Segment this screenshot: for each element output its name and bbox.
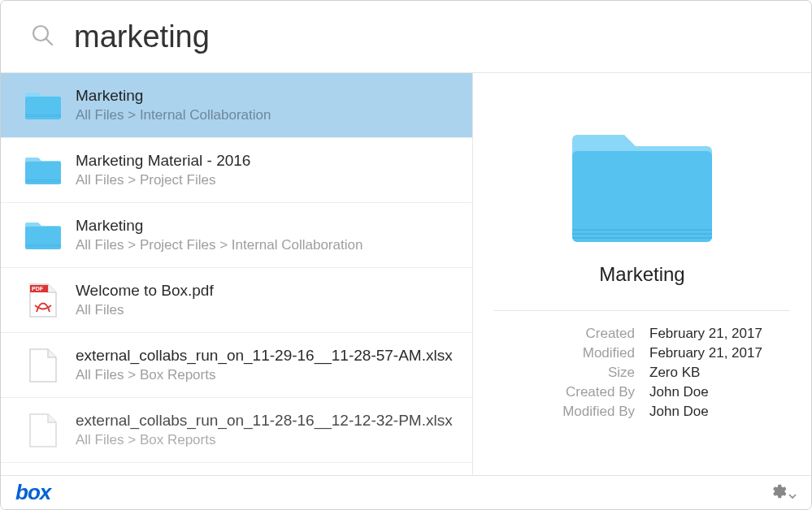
meta-value-createdby: John Doe	[649, 384, 790, 400]
result-title: Marketing Material - 2016	[76, 152, 461, 170]
meta-label-modifiedby: Modified By	[494, 404, 635, 420]
footer-bar: box	[1, 475, 811, 509]
preview-title: Marketing	[599, 263, 684, 286]
result-text: external_collabs_run_on_11-28-16__12-12-…	[76, 412, 461, 448]
search-bar	[1, 1, 811, 72]
result-title: Marketing	[76, 87, 461, 105]
result-path: All Files > Box Reports	[76, 367, 461, 383]
result-path: All Files > Project Files > Internal Col…	[76, 237, 461, 253]
meta-label-created: Created	[494, 326, 635, 342]
result-text: Marketing All Files > Project Files > In…	[76, 217, 461, 253]
meta-value-size: Zero KB	[649, 365, 790, 381]
result-path: All Files > Box Reports	[76, 432, 461, 448]
result-path: All Files > Internal Collaboration	[76, 107, 461, 123]
search-window: Marketing All Files > Internal Collabora…	[0, 0, 812, 510]
result-path: All Files	[76, 302, 461, 318]
gear-icon[interactable]	[769, 482, 797, 504]
result-text: Welcome to Box.pdf All Files	[76, 282, 461, 318]
result-row[interactable]: Marketing Material - 2016 All Files > Pr…	[1, 138, 472, 203]
result-text: external_collabs_run_on_11-29-16__11-28-…	[76, 347, 461, 383]
result-row[interactable]: external_collabs_run_on_11-29-16__11-28-…	[1, 333, 472, 398]
folder-icon	[25, 88, 61, 123]
meta-label-modified: Modified	[494, 345, 635, 361]
result-row[interactable]: Welcome to Box.pdf All Files	[1, 268, 472, 333]
preview-meta: Created February 21, 2017 Modified Febru…	[494, 326, 790, 420]
meta-value-modified: February 21, 2017	[649, 345, 790, 361]
search-icon	[30, 23, 54, 50]
file-icon	[25, 413, 61, 448]
search-input[interactable]	[74, 19, 797, 54]
result-title: external_collabs_run_on_11-28-16__12-12-…	[76, 412, 461, 430]
result-row[interactable]: Marketing All Files > Project Files > In…	[1, 203, 472, 268]
result-row[interactable]: Marketing All Files > Internal Collabora…	[1, 73, 472, 138]
result-path: All Files > Project Files	[76, 172, 461, 188]
result-text: Marketing All Files > Internal Collabora…	[76, 87, 461, 123]
meta-label-createdby: Created By	[494, 384, 635, 400]
preview-divider	[494, 310, 790, 311]
folder-icon	[25, 218, 61, 253]
result-title: Welcome to Box.pdf	[76, 282, 461, 300]
result-title: Marketing	[76, 217, 461, 235]
content-area: Marketing All Files > Internal Collabora…	[1, 72, 811, 475]
results-list: Marketing All Files > Internal Collabora…	[1, 73, 472, 475]
brand-logo: box	[15, 480, 50, 505]
meta-label-size: Size	[494, 365, 635, 381]
preview-folder-icon	[572, 125, 712, 249]
result-title: external_collabs_run_on_11-29-16__11-28-…	[76, 347, 461, 365]
result-row[interactable]: external_collabs_run_on_11-28-16__12-12-…	[1, 398, 472, 463]
pdf-icon	[25, 283, 61, 318]
preview-pane: Marketing Created February 21, 2017 Modi…	[472, 73, 811, 475]
folder-icon	[25, 153, 61, 188]
svg-line-10	[46, 39, 52, 45]
meta-value-created: February 21, 2017	[649, 326, 790, 342]
result-text: Marketing Material - 2016 All Files > Pr…	[76, 152, 461, 188]
file-icon	[25, 348, 61, 383]
meta-value-modifiedby: John Doe	[649, 404, 790, 420]
